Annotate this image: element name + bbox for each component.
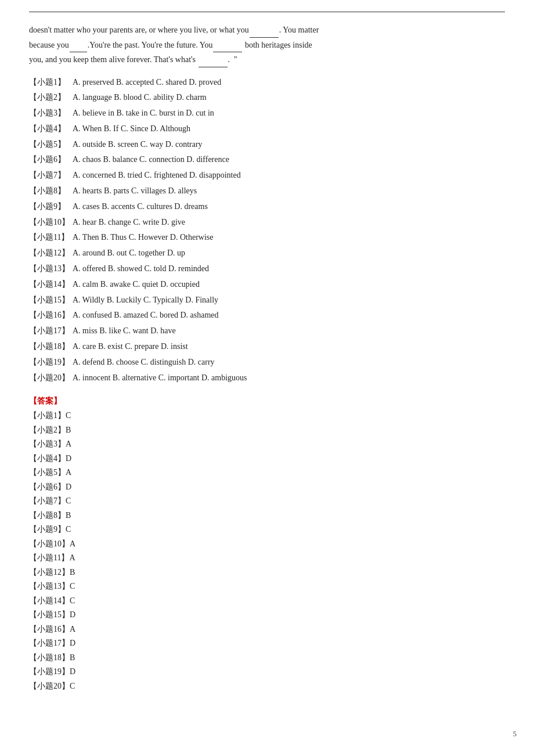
answer-row-10: 【小题10】A bbox=[29, 537, 505, 552]
question-label-5: 【小题5】 bbox=[29, 138, 73, 152]
answer-row-11: 【小题11】A bbox=[29, 551, 505, 566]
answer-row-8: 【小题8】B bbox=[29, 509, 505, 523]
question-options-9: A. cases B. accents C. cultures D. dream… bbox=[73, 200, 505, 214]
question-options-3: A. believe in B. take in C. burst in D. … bbox=[73, 106, 505, 120]
blank-4 bbox=[199, 52, 228, 67]
answer-row-12: 【小题12】B bbox=[29, 566, 505, 580]
answers-title: 【答案】 bbox=[29, 396, 505, 406]
question-options-2: A. language B. blood C. ability D. charm bbox=[73, 91, 505, 105]
question-row-12: 【小题12】A. around B. out C. together D. up bbox=[29, 246, 505, 260]
blank-1 bbox=[250, 23, 279, 38]
question-row-18: 【小题18】A. care B. exist C. prepare D. ins… bbox=[29, 340, 505, 354]
question-label-14: 【小题14】 bbox=[29, 278, 73, 291]
question-label-8: 【小题8】 bbox=[29, 184, 73, 198]
answer-row-9: 【小题9】C bbox=[29, 523, 505, 537]
answer-row-7: 【小题7】C bbox=[29, 494, 505, 509]
question-label-20: 【小题20】 bbox=[29, 371, 73, 385]
answer-row-20: 【小题20】C bbox=[29, 679, 505, 694]
question-row-9: 【小题9】A. cases B. accents C. cultures D. … bbox=[29, 200, 505, 214]
top-border bbox=[29, 12, 505, 12]
question-row-8: 【小题8】A. hearts B. parts C. villages D. a… bbox=[29, 184, 505, 198]
answer-row-2: 【小题2】B bbox=[29, 423, 505, 438]
answer-row-19: 【小题19】D bbox=[29, 665, 505, 679]
question-options-18: A. care B. exist C. prepare D. insist bbox=[73, 340, 505, 354]
question-row-16: 【小题16】A. confused B. amazed C. bored D. … bbox=[29, 308, 505, 322]
question-row-19: 【小题19】A. defend B. choose C. distinguish… bbox=[29, 355, 505, 369]
question-options-15: A. Wildly B. Luckily C. Typically D. Fin… bbox=[73, 293, 505, 307]
question-options-13: A. offered B. showed C. told D. reminded bbox=[73, 262, 505, 276]
question-row-2: 【小题2】A. language B. blood C. ability D. … bbox=[29, 91, 505, 105]
question-label-9: 【小题9】 bbox=[29, 200, 73, 214]
question-row-13: 【小题13】A. offered B. showed C. told D. re… bbox=[29, 262, 505, 276]
question-row-15: 【小题15】A. Wildly B. Luckily C. Typically … bbox=[29, 293, 505, 307]
question-options-12: A. around B. out C. together D. up bbox=[73, 246, 505, 260]
question-row-20: 【小题20】A. innocent B. alternative C. impo… bbox=[29, 371, 505, 385]
question-options-5: A. outside B. screen C. way D. contrary bbox=[73, 138, 505, 152]
passage-line1: doesn't matter who your parents are, or … bbox=[29, 26, 319, 34]
question-row-14: 【小题14】A. calm B. awake C. quiet D. occup… bbox=[29, 278, 505, 291]
question-label-6: 【小题6】 bbox=[29, 153, 73, 167]
passage-line2: because you .You're the past. You're the… bbox=[29, 41, 312, 49]
answer-row-15: 【小题15】D bbox=[29, 608, 505, 622]
question-row-17: 【小题17】A. miss B. like C. want D. have bbox=[29, 324, 505, 338]
question-options-6: A. chaos B. balance C. connection D. dif… bbox=[73, 153, 505, 167]
question-options-7: A. concerned B. tried C. frightened D. d… bbox=[73, 168, 505, 182]
question-row-3: 【小题3】A. believe in B. take in C. burst i… bbox=[29, 106, 505, 120]
answer-row-17: 【小题17】D bbox=[29, 636, 505, 651]
question-label-12: 【小题12】 bbox=[29, 246, 73, 260]
question-label-15: 【小题15】 bbox=[29, 293, 73, 307]
question-options-8: A. hearts B. parts C. villages D. alleys bbox=[73, 184, 505, 198]
blank-2 bbox=[70, 38, 87, 53]
answer-row-6: 【小题6】D bbox=[29, 480, 505, 495]
question-options-16: A. confused B. amazed C. bored D. ashame… bbox=[73, 308, 505, 322]
question-label-11: 【小题11】 bbox=[29, 231, 73, 244]
question-options-14: A. calm B. awake C. quiet D. occupied bbox=[73, 278, 505, 291]
page-number: 5 bbox=[513, 729, 517, 739]
question-options-19: A. defend B. choose C. distinguish D. ca… bbox=[73, 355, 505, 369]
question-label-2: 【小题2】 bbox=[29, 91, 73, 105]
answer-row-5: 【小题5】A bbox=[29, 466, 505, 480]
question-label-17: 【小题17】 bbox=[29, 324, 73, 338]
answer-row-13: 【小题13】C bbox=[29, 579, 505, 594]
answers-section: 【答案】【小题1】C【小题2】B【小题3】A【小题4】D【小题5】A【小题6】D… bbox=[29, 396, 505, 693]
answer-row-18: 【小题18】B bbox=[29, 651, 505, 665]
answer-row-16: 【小题16】A bbox=[29, 622, 505, 637]
question-row-7: 【小题7】A. concerned B. tried C. frightened… bbox=[29, 168, 505, 182]
answer-row-1: 【小题1】C bbox=[29, 409, 505, 423]
question-row-5: 【小题5】A. outside B. screen C. way D. cont… bbox=[29, 138, 505, 152]
question-row-1: 【小题1】A. preserved B. accepted C. shared … bbox=[29, 75, 505, 89]
question-options-11: A. Then B. Thus C. However D. Otherwise bbox=[73, 231, 505, 244]
question-options-20: A. innocent B. alternative C. important … bbox=[73, 371, 505, 385]
question-options-10: A. hear B. change C. write D. give bbox=[73, 215, 505, 229]
answer-row-14: 【小题14】C bbox=[29, 594, 505, 609]
question-row-11: 【小题11】A. Then B. Thus C. However D. Othe… bbox=[29, 231, 505, 244]
answer-row-4: 【小题4】D bbox=[29, 452, 505, 466]
question-options-4: A. When B. If C. Since D. Although bbox=[73, 122, 505, 136]
passage-text: doesn't matter who your parents are, or … bbox=[29, 23, 505, 67]
blank-3 bbox=[213, 38, 242, 53]
question-row-10: 【小题10】A. hear B. change C. write D. give bbox=[29, 215, 505, 229]
question-label-10: 【小题10】 bbox=[29, 215, 73, 229]
question-options-1: A. preserved B. accepted C. shared D. pr… bbox=[73, 75, 505, 89]
question-options-17: A. miss B. like C. want D. have bbox=[73, 324, 505, 338]
question-label-7: 【小题7】 bbox=[29, 168, 73, 182]
question-row-4: 【小题4】A. When B. If C. Since D. Although bbox=[29, 122, 505, 136]
question-label-3: 【小题3】 bbox=[29, 106, 73, 120]
question-label-1: 【小题1】 bbox=[29, 75, 73, 89]
question-row-6: 【小题6】A. chaos B. balance C. connection D… bbox=[29, 153, 505, 167]
question-label-13: 【小题13】 bbox=[29, 262, 73, 276]
question-label-19: 【小题19】 bbox=[29, 355, 73, 369]
questions-section: 【小题1】A. preserved B. accepted C. shared … bbox=[29, 75, 505, 385]
question-label-4: 【小题4】 bbox=[29, 122, 73, 136]
question-label-16: 【小题16】 bbox=[29, 308, 73, 322]
passage-line3: you, and you keep them alive forever. Th… bbox=[29, 55, 237, 64]
answer-row-3: 【小题3】A bbox=[29, 437, 505, 452]
question-label-18: 【小题18】 bbox=[29, 340, 73, 354]
